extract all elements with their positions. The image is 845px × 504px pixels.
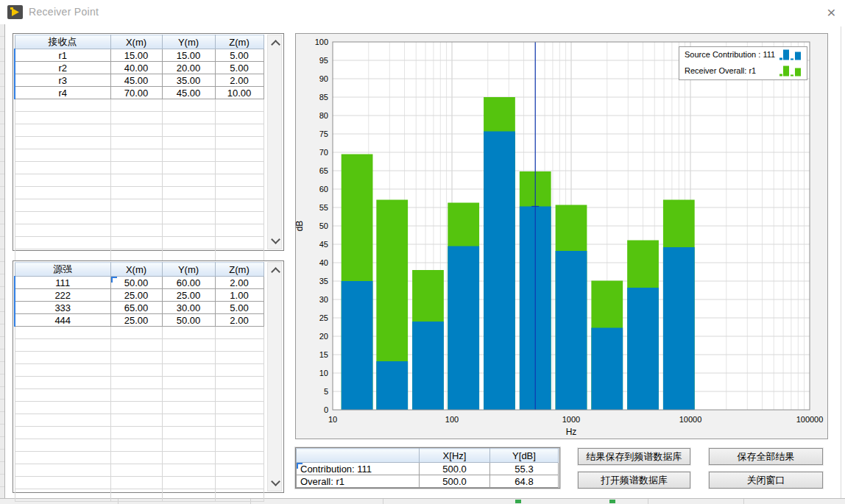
bar-contribution[interactable] xyxy=(448,246,479,411)
empty-cell[interactable] xyxy=(215,149,264,162)
empty-cell[interactable] xyxy=(215,389,264,402)
empty-cell[interactable] xyxy=(162,99,215,112)
empty-cell[interactable] xyxy=(162,364,215,377)
empty-cell[interactable] xyxy=(162,377,215,389)
empty-cell[interactable] xyxy=(15,124,110,137)
cursor-table-cell[interactable]: 55.3 xyxy=(490,463,559,475)
empty-cell[interactable] xyxy=(162,327,215,339)
receiver-table-cell[interactable]: 15.00 xyxy=(110,49,162,62)
cursor-table[interactable]: X[Hz]Y[dB]Contribution: 111500.055.3Over… xyxy=(296,448,559,488)
empty-cell[interactable] xyxy=(162,464,215,477)
receiver-table-cell[interactable]: 70.00 xyxy=(110,87,162,99)
empty-cell[interactable] xyxy=(162,427,215,439)
cursor-table-cell[interactable]: 500.0 xyxy=(420,475,490,488)
empty-cell[interactable] xyxy=(162,212,215,224)
empty-cell[interactable] xyxy=(162,162,215,174)
empty-cell[interactable] xyxy=(162,249,215,262)
empty-cell[interactable] xyxy=(215,112,264,124)
empty-cell[interactable] xyxy=(15,174,110,187)
empty-cell[interactable] xyxy=(110,489,162,502)
receiver-table-cell[interactable]: 45.00 xyxy=(110,74,162,87)
empty-cell[interactable] xyxy=(215,377,264,389)
empty-cell[interactable] xyxy=(110,452,162,464)
close-window-button[interactable]: 关闭窗口 xyxy=(709,472,823,489)
empty-cell[interactable] xyxy=(15,249,110,262)
empty-cell[interactable] xyxy=(110,327,162,339)
source-table-cell[interactable]: 60.00 xyxy=(162,277,215,289)
empty-cell[interactable] xyxy=(215,427,264,439)
source-table-cell[interactable]: 5.00 xyxy=(215,302,264,314)
cursor-table-cell[interactable]: Overall: r1 xyxy=(297,475,420,488)
empty-cell[interactable] xyxy=(215,224,264,237)
chart-legend[interactable]: Source Contribution : 111Receiver Overal… xyxy=(679,47,807,80)
receiver-table-cell[interactable]: 10.00 xyxy=(215,87,264,99)
empty-cell[interactable] xyxy=(215,464,264,477)
source-table-cell[interactable]: 2.00 xyxy=(215,314,264,327)
spectrum-chart[interactable]: 0510152025303540455055606570758085909510… xyxy=(295,33,828,439)
empty-cell[interactable] xyxy=(215,402,264,414)
receiver-table-cell[interactable]: r4 xyxy=(15,87,110,99)
empty-cell[interactable] xyxy=(110,377,162,389)
source-table-cell[interactable]: 50.00 xyxy=(110,277,162,289)
empty-cell[interactable] xyxy=(162,199,215,212)
empty-cell[interactable] xyxy=(162,137,215,149)
empty-cell[interactable] xyxy=(110,174,162,187)
close-icon[interactable]: × xyxy=(821,3,841,21)
scroll-up-icon[interactable] xyxy=(271,40,280,49)
empty-cell[interactable] xyxy=(110,364,162,377)
empty-cell[interactable] xyxy=(15,489,110,502)
receiver-table-cell[interactable]: r2 xyxy=(15,62,110,74)
source-table-cell[interactable]: 50.00 xyxy=(162,314,215,327)
empty-cell[interactable] xyxy=(110,389,162,402)
empty-cell[interactable] xyxy=(15,464,110,477)
source-table-cell[interactable]: 111 xyxy=(15,277,110,289)
empty-cell[interactable] xyxy=(215,414,264,427)
empty-cell[interactable] xyxy=(162,352,215,364)
empty-cell[interactable] xyxy=(110,477,162,489)
empty-cell[interactable] xyxy=(15,224,110,237)
empty-cell[interactable] xyxy=(110,352,162,364)
empty-cell[interactable] xyxy=(110,427,162,439)
empty-cell[interactable] xyxy=(162,489,215,502)
empty-cell[interactable] xyxy=(15,364,110,377)
receiver-table-cell[interactable]: 5.00 xyxy=(215,62,264,74)
source-table[interactable]: 源强X(m)Y(m)Z(m)11150.0060.002.0022225.002… xyxy=(14,262,264,502)
source-table-cell[interactable]: 25.00 xyxy=(162,289,215,302)
empty-cell[interactable] xyxy=(110,137,162,149)
receiver-table-cell[interactable]: r1 xyxy=(15,49,110,62)
empty-cell[interactable] xyxy=(215,199,264,212)
empty-cell[interactable] xyxy=(15,137,110,149)
scroll-down-icon[interactable] xyxy=(271,477,280,486)
receiver-table-cell[interactable]: 15.00 xyxy=(162,49,215,62)
bar-contribution[interactable] xyxy=(663,247,695,410)
bar-contribution[interactable] xyxy=(342,281,373,410)
empty-cell[interactable] xyxy=(15,199,110,212)
receiver-table[interactable]: 接收点X(m)Y(m)Z(m)r115.0015.005.00r240.0020… xyxy=(14,35,264,262)
empty-cell[interactable] xyxy=(215,212,264,224)
open-spectrum-db-button[interactable]: 打开频谱数据库 xyxy=(578,472,690,489)
bar-contribution[interactable] xyxy=(627,288,659,410)
empty-cell[interactable] xyxy=(162,124,215,137)
empty-cell[interactable] xyxy=(15,389,110,402)
receiver-table-scrollbar[interactable] xyxy=(267,35,282,249)
empty-cell[interactable] xyxy=(162,112,215,124)
empty-cell[interactable] xyxy=(162,339,215,352)
empty-cell[interactable] xyxy=(15,352,110,364)
receiver-table-cell[interactable]: r3 xyxy=(15,74,110,87)
bar-contribution[interactable] xyxy=(591,328,623,411)
scroll-down-icon[interactable] xyxy=(271,235,280,244)
empty-cell[interactable] xyxy=(110,414,162,427)
empty-cell[interactable] xyxy=(162,174,215,187)
empty-cell[interactable] xyxy=(215,162,264,174)
source-table-cell[interactable]: 25.00 xyxy=(110,289,162,302)
empty-cell[interactable] xyxy=(110,237,162,249)
empty-cell[interactable] xyxy=(15,237,110,249)
source-table[interactable]: 源强X(m)Y(m)Z(m)11150.0060.002.0022225.002… xyxy=(14,262,264,502)
receiver-table-cell[interactable]: 45.00 xyxy=(162,87,215,99)
empty-cell[interactable] xyxy=(215,124,264,137)
empty-cell[interactable] xyxy=(110,224,162,237)
receiver-table[interactable]: 接收点X(m)Y(m)Z(m)r115.0015.005.00r240.0020… xyxy=(14,35,264,262)
empty-cell[interactable] xyxy=(15,402,110,414)
empty-cell[interactable] xyxy=(15,414,110,427)
empty-cell[interactable] xyxy=(15,452,110,464)
